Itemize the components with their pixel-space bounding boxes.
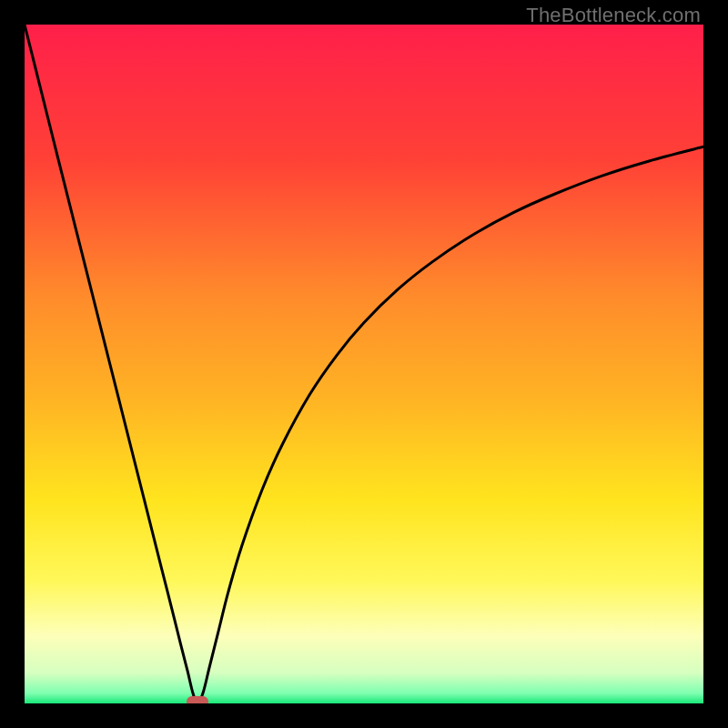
curve-layer (25, 25, 703, 703)
bottleneck-curve (25, 25, 703, 703)
plot-area (25, 25, 703, 703)
optimal-point-marker (187, 696, 208, 703)
chart-frame: TheBottleneck.com (0, 0, 728, 728)
